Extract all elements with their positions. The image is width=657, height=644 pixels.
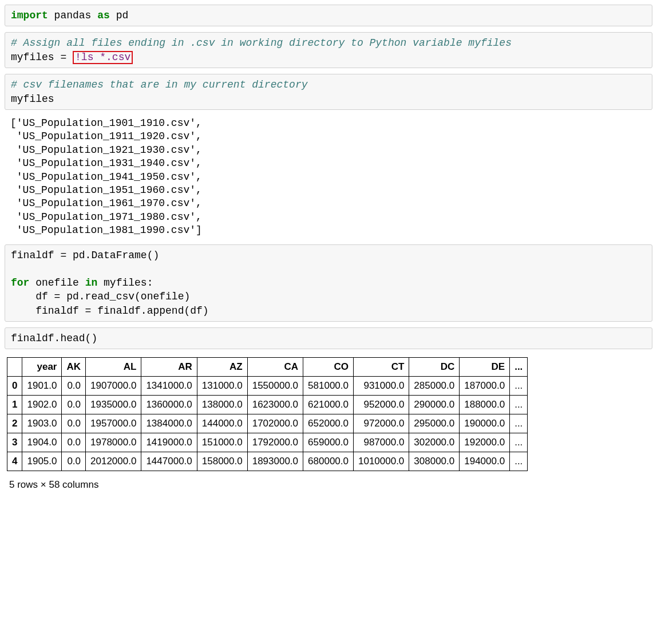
table-cell: 1447000.0 [141,452,197,471]
table-cell: 659000.0 [303,433,354,452]
shell-magic-command: !ls *.csv [75,52,130,63]
table-cell: 290000.0 [409,396,460,414]
table-row: 01901.00.01907000.01341000.0131000.01550… [7,377,528,396]
table-column-header: ... [510,358,528,377]
keyword-import: import [11,10,48,21]
code-cell-show-myfiles[interactable]: # csv filenames that are in my current d… [5,74,652,110]
table-cell: 1010000.0 [353,452,409,471]
table-cell: 1341000.0 [141,377,197,396]
table-cell: 0.0 [62,433,86,452]
table-cell: 158000.0 [197,452,247,471]
table-row-index: 0 [7,377,22,396]
table-cell: 1902.0 [22,396,62,414]
table-cell: 2012000.0 [86,452,141,471]
table-cell: 1702000.0 [247,414,303,433]
code-text: finaldf = pd.DataFrame() [11,250,159,261]
table-corner-header [7,358,22,377]
table-cell: 1893000.0 [247,452,303,471]
table-column-header: year [22,358,62,377]
table-cell: 581000.0 [303,377,354,396]
dataframe-shape-caption: 5 rows × 58 columns [7,471,650,493]
code-text: finaldf = finaldf.append(df) [11,305,209,317]
table-row-index: 3 [7,433,22,452]
code-text: myfiles [11,93,54,105]
table-cell: 1901.0 [22,377,62,396]
code-text: myfiles = [11,52,73,63]
output-dataframe: yearAKALARAZCACOCTDCDE... 01901.00.01907… [5,355,652,495]
code-text: finaldf.head() [11,333,97,344]
table-row: 21903.00.01957000.01384000.0144000.01702… [7,414,528,433]
table-column-header: CT [353,358,409,377]
table-row: 31904.00.01978000.01419000.0151000.01792… [7,433,528,452]
keyword-in: in [85,277,98,289]
table-column-header: DE [460,358,510,377]
table-row-index: 1 [7,396,22,414]
table-cell: ... [510,414,528,433]
table-column-header: CO [303,358,354,377]
table-cell: 187000.0 [460,377,510,396]
highlight-box: !ls *.csv [73,51,133,65]
code-text: onefile [29,277,85,289]
table-cell: 1904.0 [22,433,62,452]
table-cell: 1792000.0 [247,433,303,452]
table-cell: ... [510,433,528,452]
table-column-header: DC [409,358,460,377]
table-cell: 952000.0 [353,396,409,414]
table-cell: 621000.0 [303,396,354,414]
table-cell: 188000.0 [460,396,510,414]
table-cell: 144000.0 [197,414,247,433]
table-cell: 0.0 [62,377,86,396]
table-cell: 1623000.0 [247,396,303,414]
table-column-header: AR [141,358,197,377]
table-cell: 151000.0 [197,433,247,452]
table-column-header: AL [86,358,141,377]
table-column-header: AZ [197,358,247,377]
table-cell: ... [510,396,528,414]
table-column-header: AK [62,358,86,377]
table-cell: 0.0 [62,396,86,414]
table-row-index: 2 [7,414,22,433]
table-row-index: 4 [7,452,22,471]
table-cell: 138000.0 [197,396,247,414]
table-cell: 1957000.0 [86,414,141,433]
table-cell: 0.0 [62,452,86,471]
table-cell: 190000.0 [460,414,510,433]
table-cell: 0.0 [62,414,86,433]
table-cell: 302000.0 [409,433,460,452]
table-cell: 931000.0 [353,377,409,396]
table-cell: 1907000.0 [86,377,141,396]
table-cell: 285000.0 [409,377,460,396]
code-text: pd [110,10,128,21]
table-cell: 1978000.0 [86,433,141,452]
table-cell: 192000.0 [460,433,510,452]
table-cell: 1935000.0 [86,396,141,414]
table-cell: 1903.0 [22,414,62,433]
code-cell-head[interactable]: finaldf.head() [5,327,652,349]
code-text: myfiles: [97,277,153,289]
keyword-as: as [97,10,110,21]
table-column-header: CA [247,358,303,377]
table-cell: 1419000.0 [141,433,197,452]
code-comment: # Assign all files ending in .csv in wor… [11,37,512,49]
code-cell-assign-files[interactable]: # Assign all files ending in .csv in wor… [5,32,652,68]
table-row: 41905.00.02012000.01447000.0158000.01893… [7,452,528,471]
table-cell: ... [510,377,528,396]
keyword-for: for [11,277,29,289]
table-cell: ... [510,452,528,471]
table-cell: 987000.0 [353,433,409,452]
table-cell: 1905.0 [22,452,62,471]
table-cell: 194000.0 [460,452,510,471]
table-cell: 308000.0 [409,452,460,471]
table-cell: 652000.0 [303,414,354,433]
table-cell: 131000.0 [197,377,247,396]
table-cell: 1384000.0 [141,414,197,433]
dataframe-table: yearAKALARAZCACOCTDCDE... 01901.00.01907… [7,357,528,471]
output-myfiles-list: ['US_Population_1901_1910.csv', 'US_Popu… [5,116,652,244]
table-cell: 972000.0 [353,414,409,433]
code-cell-loop[interactable]: finaldf = pd.DataFrame() for onefile in … [5,244,652,322]
table-cell: 295000.0 [409,414,460,433]
table-row: 11902.00.01935000.01360000.0138000.01623… [7,396,528,414]
code-comment: # csv filenames that are in my current d… [11,79,307,90]
code-text: df = pd.read_csv(onefile) [11,291,190,302]
code-cell-import[interactable]: import pandas as pd [5,5,652,26]
